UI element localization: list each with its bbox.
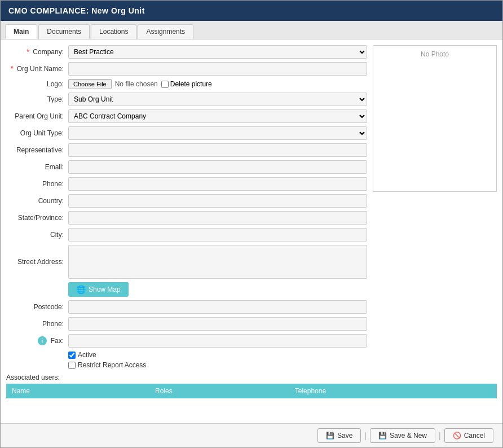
save-disk-icon: 💾 — [326, 432, 334, 440]
parent-org-unit-row: Parent Org Unit: ABC Contract Company Ot… — [6, 109, 367, 123]
phone2-label: Phone: — [6, 320, 68, 328]
users-table: Name Roles Telephone — [6, 384, 497, 398]
org-unit-name-row: * Org Unit Name: — [6, 62, 367, 76]
type-select[interactable]: Sub Org Unit Main Org Unit — [68, 93, 367, 106]
restrict-report-row: Restrict Report Access — [6, 361, 367, 369]
fax-input[interactable] — [68, 334, 367, 348]
org-unit-type-row: Org Unit Type: — [6, 126, 367, 140]
show-map-label: Show Map — [89, 286, 121, 293]
logo-label: Logo: — [6, 80, 68, 88]
phone2-input[interactable] — [68, 317, 367, 331]
col-name: Name — [6, 384, 149, 398]
tab-documents[interactable]: Documents — [38, 24, 90, 39]
email-label: Email: — [6, 163, 68, 171]
phone-input[interactable] — [68, 177, 367, 191]
footer-separator-1: | — [364, 431, 367, 440]
org-unit-type-select[interactable] — [68, 126, 367, 140]
fax-info-icon: i — [38, 336, 47, 345]
fax-label: i Fax: — [6, 336, 68, 345]
no-photo-text: No Photo — [421, 50, 449, 58]
country-row: Country: — [6, 194, 367, 208]
col-telephone: Telephone — [289, 384, 497, 398]
org-unit-name-required: * — [11, 65, 14, 73]
country-input[interactable] — [68, 194, 367, 208]
street-address-label: Street Address: — [6, 258, 68, 266]
associated-users-label: Associated users: — [6, 374, 497, 381]
city-label: City: — [6, 231, 68, 239]
fax-row: i Fax: — [6, 334, 367, 348]
show-map-row: 🌐 Show Map — [6, 282, 367, 297]
representative-label: Representative: — [6, 146, 68, 154]
company-required: * — [27, 48, 29, 56]
associated-users-section: Associated users: Name Roles Telephone — [1, 371, 502, 398]
photo-box: No Photo — [373, 45, 497, 192]
phone2-row: Phone: — [6, 317, 367, 331]
save-new-disk-icon: 💾 — [378, 432, 387, 440]
no-file-text: No file chosen — [115, 80, 158, 88]
cancel-icon: 🚫 — [453, 432, 461, 440]
active-label: Active — [68, 351, 96, 359]
footer-separator-2: | — [439, 431, 441, 440]
phone-label: Phone: — [6, 180, 68, 188]
save-button[interactable]: 💾 Save — [317, 428, 361, 443]
tab-main[interactable]: Main — [5, 24, 37, 39]
logo-row: Logo: Choose File No file chosen Delete … — [6, 79, 367, 89]
show-map-button[interactable]: 🌐 Show Map — [68, 282, 129, 297]
country-label: Country: — [6, 197, 68, 205]
representative-input[interactable] — [68, 143, 367, 157]
delete-picture-label: Delete picture — [170, 80, 212, 88]
org-unit-name-label: * Org Unit Name: — [6, 65, 68, 73]
form-and-photo: * Company: Best Practice Other Company *… — [1, 39, 502, 371]
company-label: * Company: — [6, 48, 68, 56]
company-select[interactable]: Best Practice Other Company — [68, 45, 367, 59]
parent-org-unit-label: Parent Org Unit: — [6, 112, 68, 120]
representative-row: Representative: — [6, 143, 367, 157]
type-row: Type: Sub Org Unit Main Org Unit — [6, 93, 367, 106]
street-address-input[interactable] — [68, 245, 367, 279]
choose-file-button[interactable]: Choose File — [68, 79, 112, 89]
city-row: City: — [6, 228, 367, 241]
state-province-input[interactable] — [68, 211, 367, 225]
delete-picture-row: Delete picture — [161, 80, 212, 88]
tab-assignments[interactable]: Assignments — [138, 24, 193, 39]
postcode-row: Postcode: — [6, 300, 367, 314]
cancel-button[interactable]: 🚫 Cancel — [444, 428, 493, 443]
footer: 💾 Save | 💾 Save & New | 🚫 Cancel — [1, 423, 502, 447]
main-window: CMO COMPLIANCE: New Org Unit Main Docume… — [0, 0, 503, 448]
email-input[interactable] — [68, 160, 367, 174]
org-unit-name-input[interactable] — [68, 62, 367, 76]
postcode-label: Postcode: — [6, 303, 68, 311]
postcode-input[interactable] — [68, 300, 367, 314]
tab-locations[interactable]: Locations — [91, 24, 136, 39]
logo-controls: Choose File No file chosen Delete pictur… — [68, 79, 367, 89]
type-label: Type: — [6, 95, 68, 103]
form-section: * Company: Best Practice Other Company *… — [6, 45, 367, 371]
users-table-header-row: Name Roles Telephone — [6, 384, 497, 398]
title-bar: CMO COMPLIANCE: New Org Unit — [1, 1, 502, 21]
save-new-button[interactable]: 💾 Save & New — [370, 428, 435, 443]
active-checkbox[interactable] — [68, 352, 76, 359]
state-province-label: State/Province: — [6, 214, 68, 222]
active-row: Active — [6, 351, 367, 359]
tabs-bar: Main Documents Locations Assignments — [1, 21, 502, 39]
restrict-report-label: Restrict Report Access — [68, 361, 146, 369]
restrict-report-checkbox[interactable] — [68, 362, 76, 369]
delete-picture-checkbox[interactable] — [161, 81, 169, 88]
phone-row: Phone: — [6, 177, 367, 191]
state-province-row: State/Province: — [6, 211, 367, 225]
company-row: * Company: Best Practice Other Company — [6, 45, 367, 59]
col-roles: Roles — [149, 384, 289, 398]
street-address-row: Street Address: — [6, 245, 367, 279]
email-row: Email: — [6, 160, 367, 174]
org-unit-type-label: Org Unit Type: — [6, 129, 68, 137]
parent-org-unit-select[interactable]: ABC Contract Company Other — [68, 109, 367, 123]
city-input[interactable] — [68, 228, 367, 241]
globe-icon: 🌐 — [76, 285, 86, 294]
window-title: CMO COMPLIANCE: New Org Unit — [8, 6, 145, 15]
content-area: * Company: Best Practice Other Company *… — [1, 39, 502, 423]
